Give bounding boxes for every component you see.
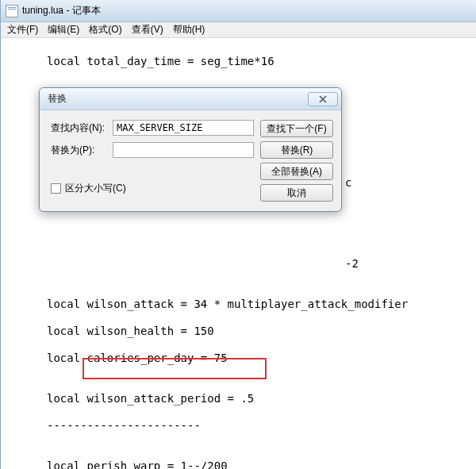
main-titlebar: tuning.lua - 记事本 (1, 0, 476, 22)
code-line: local calories_per_day = 75 (1, 352, 476, 365)
cancel-button[interactable]: 取消 (260, 184, 333, 202)
window-title: tuning.lua - 记事本 (22, 4, 101, 17)
menu-edit[interactable]: 编辑(E) (43, 21, 84, 38)
match-case-row: 区分大小写(C) (51, 182, 254, 195)
menu-help[interactable]: 帮助(H) (168, 21, 210, 38)
dialog-title: 替换 (48, 92, 67, 106)
replace-dialog: 替换 查找内容(N): 替换为(P): 区分大小写(C) 查找下一个(F) 替换… (39, 87, 342, 212)
menubar: 文件(F) 编辑(E) 格式(O) 查看(V) 帮助(H) (1, 22, 476, 38)
match-case-label: 区分大小写(C) (65, 182, 126, 195)
menu-format[interactable]: 格式(O) (84, 21, 126, 38)
code-line: ----------------------- (1, 419, 476, 432)
replace-input[interactable] (113, 142, 254, 158)
match-case-checkbox[interactable] (51, 183, 61, 194)
code-line: local wilson_attack = 34 * multiplayer_a… (1, 298, 476, 311)
replace-field-row: 替换为(P): (51, 142, 254, 158)
replace-label: 替换为(P): (51, 144, 109, 157)
menu-view[interactable]: 查看(V) (127, 21, 168, 38)
code-line: -2 (1, 257, 476, 271)
replace-button[interactable]: 替换(R) (260, 141, 333, 159)
find-label: 查找内容(N): (51, 121, 109, 135)
close-button[interactable] (308, 92, 338, 106)
code-line: local wilson_health = 150 (1, 325, 476, 338)
dialog-fields: 查找内容(N): 替换为(P): 区分大小写(C) (51, 120, 254, 202)
dialog-body: 查找内容(N): 替换为(P): 区分大小写(C) 查找下一个(F) 替换(R)… (40, 110, 341, 211)
replace-all-button[interactable]: 全部替换(A) (260, 163, 333, 180)
code-line: local wilson_attack_period = .5 (1, 392, 476, 406)
notepad-icon (6, 5, 18, 17)
find-field-row: 查找内容(N): (51, 120, 254, 136)
code-line: local total_day_time = seg_time*16 (1, 55, 476, 68)
dialog-buttons: 查找下一个(F) 替换(R) 全部替换(A) 取消 (260, 120, 333, 202)
close-icon (319, 95, 327, 103)
find-input[interactable] (113, 120, 254, 136)
menu-file[interactable]: 文件(F) (2, 21, 43, 38)
dialog-titlebar[interactable]: 替换 (40, 88, 341, 110)
find-next-button[interactable]: 查找下一个(F) (260, 120, 333, 137)
code-line: local perish_warp = 1--/200 (1, 459, 476, 469)
